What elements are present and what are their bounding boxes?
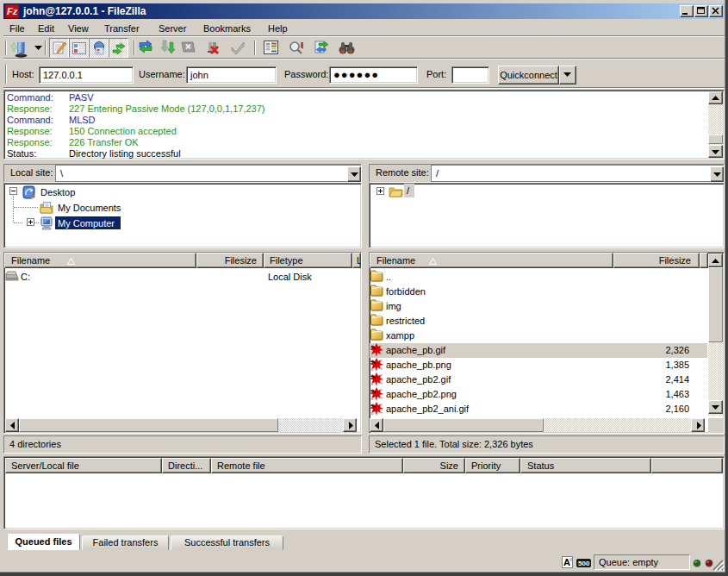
svg-text:500: 500 [578,560,590,567]
svg-text:A: A [563,557,570,567]
svg-text:Fz: Fz [7,6,18,16]
